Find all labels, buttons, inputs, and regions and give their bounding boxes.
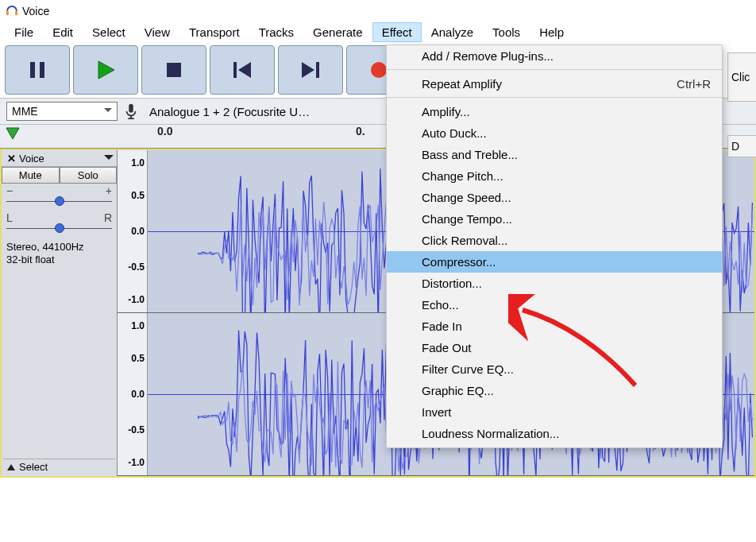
gain-slider[interactable] <box>6 196 112 206</box>
menu-select[interactable]: Select <box>83 22 135 42</box>
svg-marker-7 <box>238 62 251 78</box>
app-icon <box>5 4 19 18</box>
effect-item-label: Compressor... <box>422 255 496 269</box>
pause-icon <box>29 60 46 79</box>
right-peek-d[interactable]: D <box>727 135 756 157</box>
title-bar: Voice <box>0 0 756 22</box>
track-select-row[interactable]: Select <box>3 459 115 474</box>
svg-marker-14 <box>6 128 19 139</box>
effect-item-echo[interactable]: Echo... <box>387 294 722 316</box>
effect-item-add-remove-plug-ins[interactable]: Add / Remove Plug-ins... <box>387 45 722 70</box>
track-format-line2: 32-bit float <box>6 254 112 266</box>
effect-item-amplify[interactable]: Amplify... <box>387 101 722 122</box>
effect-item-compressor[interactable]: Compressor... <box>387 251 722 273</box>
right-toolbar-peek: Clic D <box>727 52 756 191</box>
effect-item-label: Change Pitch... <box>422 169 503 183</box>
svg-rect-1 <box>15 10 17 15</box>
ruler-tick: 0.0 <box>157 125 172 137</box>
track-select-label: Select <box>19 461 48 473</box>
track-name[interactable]: Voice <box>17 153 104 165</box>
skip-start-button[interactable] <box>210 45 275 95</box>
svg-rect-3 <box>40 62 44 78</box>
stop-button[interactable] <box>141 45 206 95</box>
menu-generate[interactable]: Generate <box>303 22 372 42</box>
amplitude-ruler-left: 1.00.50.0-0.5-1.0 <box>118 150 148 312</box>
effect-item-label: Invert <box>422 405 452 419</box>
svg-rect-5 <box>167 63 181 77</box>
close-track-button[interactable]: ✕ <box>5 153 17 165</box>
effect-item-filter-curve-eq[interactable]: Filter Curve EQ... <box>387 358 722 380</box>
menu-help[interactable]: Help <box>530 22 573 42</box>
effect-item-label: Auto Duck... <box>422 126 487 140</box>
effect-item-graphic-eq[interactable]: Graphic EQ... <box>387 380 722 401</box>
pan-left-label: L <box>6 214 13 222</box>
track-control-panel: ✕ Voice Mute Solo −+ LR Stereo, 44100Hz … <box>2 150 118 476</box>
effect-item-change-tempo[interactable]: Change Tempo... <box>387 208 722 230</box>
effect-item-loudness-normalization[interactable]: Loudness Normalization... <box>387 423 722 444</box>
skip-end-button[interactable] <box>278 45 343 95</box>
mute-solo-row: Mute Solo <box>2 167 117 184</box>
effect-item-label: Fade Out <box>422 341 472 354</box>
solo-button[interactable]: Solo <box>60 167 118 184</box>
vruler-label: 0.5 <box>131 190 145 201</box>
effect-item-label: Click Removal... <box>422 234 507 247</box>
vruler-label: -0.5 <box>128 261 145 273</box>
pause-button[interactable] <box>5 45 70 95</box>
mute-button[interactable]: Mute <box>2 167 60 184</box>
effect-item-change-pitch[interactable]: Change Pitch... <box>387 165 722 187</box>
effect-item-label: Add / Remove Plug-ins... <box>422 49 554 63</box>
pan-slider-row: LR <box>2 211 117 233</box>
window-title: Voice <box>22 5 49 17</box>
svg-rect-9 <box>316 62 319 78</box>
effect-item-distortion[interactable]: Distortion... <box>387 273 722 294</box>
menu-file[interactable]: File <box>5 22 43 42</box>
vruler-label: -0.5 <box>128 424 145 436</box>
menu-view[interactable]: View <box>135 22 179 42</box>
effect-item-auto-duck[interactable]: Auto Duck... <box>387 122 722 144</box>
svg-rect-6 <box>233 62 237 78</box>
effect-item-invert[interactable]: Invert <box>387 401 722 423</box>
vruler-label: 0.0 <box>131 226 145 237</box>
effect-item-label: Filter Curve EQ... <box>422 362 514 376</box>
play-button[interactable] <box>73 45 138 95</box>
effect-item-change-speed[interactable]: Change Speed... <box>387 187 722 208</box>
effect-item-label: Fade In <box>422 319 462 333</box>
svg-rect-2 <box>30 62 35 78</box>
menu-tracks[interactable]: Tracks <box>249 22 303 42</box>
menu-edit[interactable]: Edit <box>43 22 83 42</box>
play-head-icon[interactable] <box>5 126 21 141</box>
effect-item-label: Graphic EQ... <box>422 384 494 397</box>
timeline-gutter <box>0 125 118 148</box>
effect-item-bass-and-treble[interactable]: Bass and Treble... <box>387 144 722 165</box>
play-icon <box>95 60 116 80</box>
input-device-label[interactable]: Analogue 1 + 2 (Focusrite U… <box>145 103 314 120</box>
effect-menu-dropdown: Add / Remove Plug-ins...Repeat AmplifyCt… <box>386 45 723 448</box>
audio-host-value: MME <box>12 105 38 118</box>
effect-item-label: Distortion... <box>422 277 482 290</box>
vruler-label: 0.0 <box>131 389 145 400</box>
vruler-label: 1.0 <box>131 157 145 168</box>
gain-minus-label: − <box>6 187 13 195</box>
menu-effect[interactable]: Effect <box>372 22 422 42</box>
svg-marker-4 <box>98 61 114 79</box>
effect-item-repeat-amplify[interactable]: Repeat AmplifyCtrl+R <box>387 73 722 98</box>
amplitude-ruler-right: 1.00.50.0-0.5-1.0 <box>118 313 148 475</box>
menu-transport[interactable]: Transport <box>179 22 249 42</box>
menubar: FileEditSelectViewTransportTracksGenerat… <box>0 22 756 42</box>
pan-slider[interactable] <box>6 223 112 233</box>
menu-analyze[interactable]: Analyze <box>422 22 483 42</box>
svg-point-10 <box>371 62 387 78</box>
right-peek-clic[interactable]: Clic <box>727 52 756 102</box>
track-format-line1: Stereo, 44100Hz <box>6 241 112 254</box>
effect-item-label: Change Tempo... <box>422 212 512 226</box>
track-menu-button[interactable] <box>104 155 114 165</box>
svg-rect-11 <box>129 104 133 113</box>
audio-host-combo[interactable]: MME <box>6 102 118 121</box>
svg-rect-0 <box>6 10 9 15</box>
track-format: Stereo, 44100Hz 32-bit float <box>2 238 117 269</box>
menu-tools[interactable]: Tools <box>483 22 530 42</box>
effect-item-fade-out[interactable]: Fade Out <box>387 337 722 358</box>
effect-item-click-removal[interactable]: Click Removal... <box>387 230 722 251</box>
effect-item-fade-in[interactable]: Fade In <box>387 316 722 337</box>
effect-item-shortcut: Ctrl+R <box>677 77 711 91</box>
